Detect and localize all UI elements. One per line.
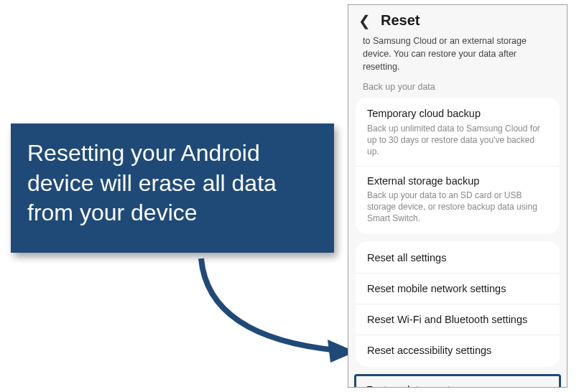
item-title: Reset accessibility settings <box>367 345 548 356</box>
item-reset-wifi-bluetooth[interactable]: Reset Wi-Fi and Bluetooth settings <box>356 304 560 335</box>
backup-card: Temporary cloud backup Back up unlimited… <box>356 98 560 233</box>
back-icon[interactable]: ❮ <box>358 14 371 28</box>
item-reset-all-settings[interactable]: Reset all settings <box>356 243 560 273</box>
item-desc: Back up your data to an SD card or USB s… <box>367 190 548 225</box>
item-reset-mobile-network[interactable]: Reset mobile network settings <box>356 273 560 304</box>
callout-box: Resetting your Android device will erase… <box>11 123 334 253</box>
intro-text: to Samsung Cloud or an external storage … <box>348 33 567 78</box>
item-external-storage-backup[interactable]: External storage backup Back up your dat… <box>356 166 560 233</box>
item-temporary-cloud-backup[interactable]: Temporary cloud backup Back up unlimited… <box>356 99 560 165</box>
phone-screenshot: ❮ Reset to Samsung Cloud or an external … <box>348 4 568 388</box>
phone-header: ❮ Reset <box>348 5 567 33</box>
item-title: Reset mobile network settings <box>367 283 548 294</box>
item-title: External storage backup <box>367 174 548 189</box>
section-label-backup: Back up your data <box>348 78 567 98</box>
item-title: Temporary cloud backup <box>367 107 548 121</box>
item-title: Factory data reset <box>366 383 549 388</box>
item-desc: Back up unlimited data to Samsung Cloud … <box>367 123 548 158</box>
item-title: Reset all settings <box>367 252 548 263</box>
item-title: Reset Wi-Fi and Bluetooth settings <box>367 314 548 325</box>
reset-card: Reset all settings Reset mobile network … <box>356 241 560 367</box>
page-title: Reset <box>381 12 420 29</box>
item-reset-accessibility[interactable]: Reset accessibility settings <box>356 335 560 365</box>
callout-text: Resetting your Android device will erase… <box>27 139 318 228</box>
item-factory-data-reset[interactable]: Factory data reset Reset your phone to i… <box>354 374 561 388</box>
